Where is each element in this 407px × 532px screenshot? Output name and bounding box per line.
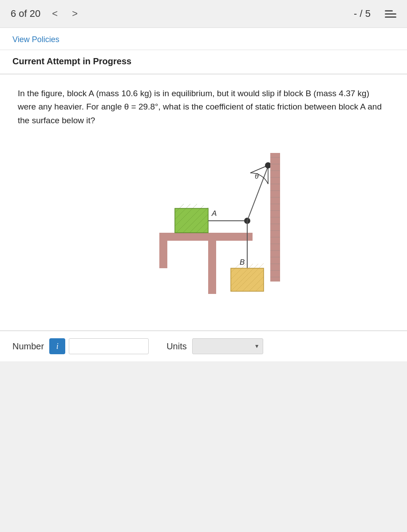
next-button[interactable]: > — [69, 8, 80, 20]
score-display: - / 5 — [354, 8, 371, 20]
units-label: Units — [166, 341, 187, 352]
shelf-horizontal — [159, 233, 253, 241]
angle-arc — [250, 165, 268, 184]
shelf-left-wall — [159, 233, 167, 268]
label-b: B — [240, 258, 245, 266]
number-input[interactable] — [69, 338, 149, 354]
label-a: A — [211, 209, 217, 218]
top-bar: 6 of 20 < > - / 5 — [0, 0, 407, 28]
question-box: In the figure, block A (mass 10.6 kg) is… — [0, 74, 407, 330]
question-text: In the figure, block A (mass 10.6 kg) is… — [18, 87, 389, 127]
theta-label: θ — [255, 172, 259, 180]
question-count: 6 of 20 — [11, 8, 40, 20]
current-attempt-heading: Current Attempt in Progress — [0, 50, 407, 74]
shelf-vertical — [208, 241, 216, 294]
info-button[interactable]: i — [49, 338, 65, 354]
content-area: View Policies Current Attempt in Progres… — [0, 28, 407, 361]
number-label: Number — [12, 341, 44, 352]
units-wrapper: ▼ — [192, 338, 263, 354]
units-select[interactable] — [192, 338, 263, 354]
menu-icon[interactable] — [385, 10, 396, 18]
physics-figure: A — [111, 140, 297, 308]
view-policies-link[interactable]: View Policies — [0, 28, 407, 50]
figure-container: A — [18, 140, 389, 308]
answer-row: Number i Units ▼ — [0, 330, 407, 361]
prev-button[interactable]: < — [49, 8, 60, 20]
